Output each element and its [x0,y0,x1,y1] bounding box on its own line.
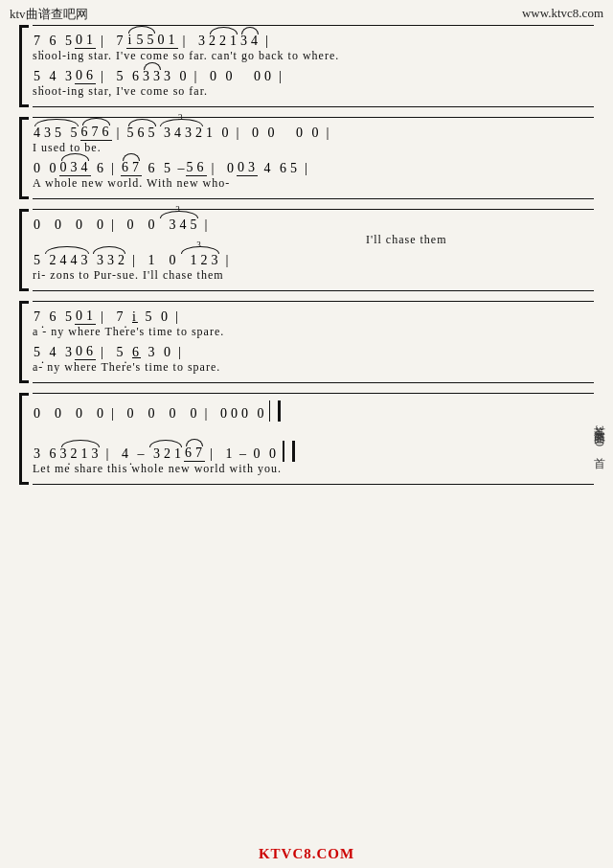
s4b-0u: 0 [75,344,85,360]
note-1ub: 1 [168,33,178,49]
r3-4: 4 [179,217,190,233]
n6a: 6 [80,125,91,141]
site-logo-left: ktv曲谱查吧网 [10,6,88,23]
sep6: | [274,68,288,84]
note-5d: 5 [110,69,126,84]
row-2b-notes: 0 0 0 3 4 6 | 6 7 6 5 – [33,160,594,176]
r3b-3: 3 [80,253,91,268]
s5b-3a: 3 [91,446,102,462]
arc-034: 0 3 4 [59,160,91,176]
s5b-7: 7 [194,445,205,462]
section-5: 0 0 0 0 | 0 0 0 0 | 0 0 0 0 [19,393,594,485]
n3e: 3 [70,160,80,176]
n0e: 0 [306,126,322,141]
n7b: 7 [131,160,142,176]
note-0d: 0 [173,69,190,84]
r3-3: 3 [158,217,179,233]
note-3c: 3 [59,69,76,84]
row-1a-notes: 7 6 5 0 1 | 7 i 5 5 0 [33,33,594,49]
s5-0k: 0 [240,406,251,422]
n7a: 7 [91,125,102,141]
final-bar-bottom [283,441,295,462]
bottom-bar: KTVC8.COM [0,846,613,862]
n4: 4 [33,126,43,141]
section-4: 7 6 5 0 1 | 7 i 5 0 | a - ny where [19,301,594,383]
s5b-2a: 2 [163,446,173,462]
s4-idot: i [126,309,139,325]
row-1b-notes: 5 4 3 0 6 | 5 6 3 3 3 0 [33,68,594,84]
row-3a-lyric: I'll chase them [33,233,594,247]
r3b-5: 5 [33,253,43,268]
section-content-1: 7 6 5 0 1 | 7 i 5 5 0 [33,25,594,107]
row-5a-lyric [33,422,594,436]
sep23: | [102,445,116,462]
section-3: 0 0 0 0 | 0 0 3 4 5 3 | [19,209,594,291]
n0a: 0 [216,126,232,141]
s4b-0b: 0 [158,345,174,360]
s5-0g: 0 [158,406,179,422]
s4-5b: 5 [139,309,155,325]
note-0g: 0 [248,69,264,84]
bracket-left-4 [19,301,29,383]
s5b-4dot: 4 [116,446,132,462]
triplet-3b: 3 [175,204,182,214]
note-5b: 5 [136,33,147,49]
note-0ub: 0 [157,33,168,49]
s5-0j: 0 [230,406,240,422]
n0b: 0 [246,126,262,141]
n5g: 5 [289,161,300,176]
sep22: | [200,405,215,422]
note-group-01b: 0 1 [157,33,178,49]
bracket-left-1 [19,25,29,107]
n5d: 5 [148,126,158,141]
n4a: 4 [173,126,184,141]
note-6b: 6 [126,69,143,84]
final-barline-bottom [283,441,295,462]
bracket-left-5 [19,393,29,485]
note-5: 5 [59,34,76,49]
n5f: 5 [186,160,196,176]
r3b-4a: 4 [59,253,70,268]
note-group-01c: 0 1 [75,308,96,325]
note-0f: 0 [219,69,236,84]
sep20: | [173,344,188,360]
section-content-4: 7 6 5 0 1 | 7 i 5 0 | a - ny where [33,301,594,383]
row-5b-lyric: Let me share this whole new world with y… [33,462,594,476]
row-3b-lyric: ri- zons to Pur-sue. I'll chase them [33,268,594,283]
s5b-2: 2 [70,446,80,462]
row-4b-lyric: a- ny where There's time to spare. [33,360,594,375]
section-content-3: 0 0 0 0 | 0 0 3 4 5 3 | [33,209,594,291]
bracket-bar-3 [19,212,22,288]
bracket-bottom-4 [19,380,29,383]
arc-67c: 6 7 [184,445,205,462]
row-4a-lyric: a - ny where There's time to spare. [33,325,594,339]
n6h: 6 [274,161,290,176]
sep15: | [127,252,142,268]
note-5c: 5 [147,33,157,49]
n6c: 6 [137,126,148,141]
s4b-6u: 6 [85,344,96,360]
arc-435: 4 3 5 5 [33,126,80,141]
note-sp1 [236,69,248,84]
bracket-bottom-1 [19,104,29,107]
note-3b: 3 [239,34,250,49]
note-2a: 2 [208,34,218,49]
arc-565: 5 6 5 [126,126,158,141]
s4b-5dot: 5 [33,345,43,360]
bracket-bottom-5 [19,482,29,485]
row-2a-notes: 4 3 5 5 6 7 6 | 5 6 5 [33,125,594,141]
s5b-1a: 1 [173,446,184,462]
note-3d: 3 [142,69,152,84]
r3b-1: 1 [142,253,158,268]
r3b-4b: 4 [70,253,80,268]
thick-bar2 [292,441,295,462]
arc-34: 3 4 [239,34,261,49]
s5-0d: 0 [85,406,106,422]
r3b-3c: 3 [211,253,221,268]
sep17: | [96,308,110,325]
note-3: 3 [193,34,209,49]
note-4b: 4 [43,69,59,84]
header: ktv曲谱查吧网 www.ktvc8.com [0,0,613,25]
s5b-0: 0 [247,446,263,462]
s4b-5dotb: 5 [110,345,126,360]
